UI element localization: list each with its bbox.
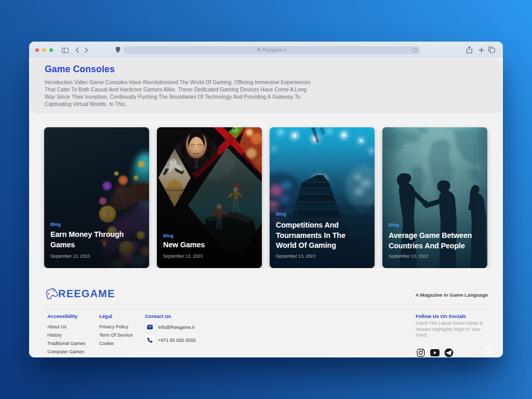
- svg-text:REEGAME: REEGAME: [58, 288, 115, 299]
